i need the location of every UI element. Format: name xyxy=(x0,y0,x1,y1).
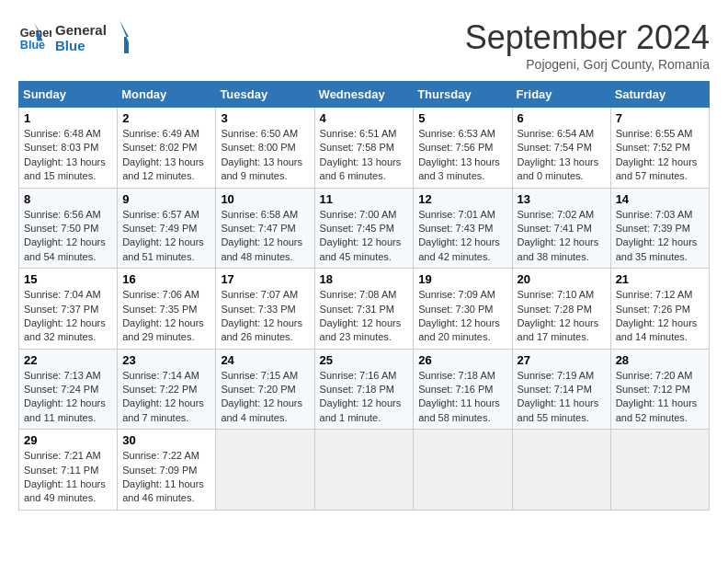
day-number: 28 xyxy=(616,353,704,367)
day-number: 11 xyxy=(320,192,409,206)
day-detail: Sunrise: 6:54 AMSunset: 7:54 PMDaylight:… xyxy=(518,128,599,181)
day-detail: Sunrise: 7:02 AMSunset: 7:41 PMDaylight:… xyxy=(518,209,599,262)
calendar-cell: 8Sunrise: 6:56 AMSunset: 7:50 PMDaylight… xyxy=(19,188,118,269)
calendar-cell: 28Sunrise: 7:20 AMSunset: 7:12 PMDayligh… xyxy=(610,349,709,430)
day-detail: Sunrise: 6:48 AMSunset: 8:03 PMDaylight:… xyxy=(24,128,106,181)
svg-text:General: General xyxy=(55,22,107,38)
calendar-cell: 29Sunrise: 7:21 AMSunset: 7:11 PMDayligh… xyxy=(19,430,118,511)
calendar-cell: 27Sunrise: 7:19 AMSunset: 7:14 PMDayligh… xyxy=(512,349,610,430)
day-number: 29 xyxy=(24,433,112,447)
calendar-cell: 3Sunrise: 6:50 AMSunset: 8:00 PMDaylight… xyxy=(216,108,314,189)
day-number: 17 xyxy=(221,272,309,286)
day-detail: Sunrise: 7:07 AMSunset: 7:33 PMDaylight:… xyxy=(221,289,302,342)
calendar-cell: 11Sunrise: 7:00 AMSunset: 7:45 PMDayligh… xyxy=(314,188,414,269)
calendar-cell: 6Sunrise: 6:54 AMSunset: 7:54 PMDaylight… xyxy=(512,108,610,189)
calendar-cell xyxy=(314,430,414,511)
day-number: 5 xyxy=(418,111,506,125)
day-detail: Sunrise: 7:22 AMSunset: 7:09 PMDaylight:… xyxy=(122,450,204,503)
day-number: 9 xyxy=(122,192,210,206)
calendar-cell: 1Sunrise: 6:48 AMSunset: 8:03 PMDaylight… xyxy=(19,108,118,189)
day-number: 3 xyxy=(221,111,309,125)
calendar-cell: 10Sunrise: 6:58 AMSunset: 7:47 PMDayligh… xyxy=(216,188,314,269)
day-detail: Sunrise: 6:57 AMSunset: 7:49 PMDaylight:… xyxy=(122,209,204,262)
calendar-week-4: 22Sunrise: 7:13 AMSunset: 7:24 PMDayligh… xyxy=(19,349,710,430)
calendar-cell: 14Sunrise: 7:03 AMSunset: 7:39 PMDayligh… xyxy=(610,188,709,269)
calendar-cell: 12Sunrise: 7:01 AMSunset: 7:43 PMDayligh… xyxy=(414,188,512,269)
day-number: 2 xyxy=(122,111,210,125)
day-detail: Sunrise: 7:09 AMSunset: 7:30 PMDaylight:… xyxy=(418,289,500,342)
day-detail: Sunrise: 7:08 AMSunset: 7:31 PMDaylight:… xyxy=(320,289,402,342)
calendar-subtitle: Pojogeni, Gorj County, Romania xyxy=(465,57,710,72)
logo-svg: General Blue xyxy=(55,18,129,55)
calendar-cell xyxy=(414,430,512,511)
calendar-week-2: 8Sunrise: 6:56 AMSunset: 7:50 PMDaylight… xyxy=(19,188,710,269)
calendar-cell: 15Sunrise: 7:04 AMSunset: 7:37 PMDayligh… xyxy=(19,269,118,350)
col-header-thursday: Thursday xyxy=(414,82,512,108)
svg-marker-5 xyxy=(119,20,129,53)
page-header: General Blue General Blue September 2024… xyxy=(18,18,710,72)
day-detail: Sunrise: 7:04 AMSunset: 7:37 PMDaylight:… xyxy=(24,289,106,342)
calendar-cell: 30Sunrise: 7:22 AMSunset: 7:09 PMDayligh… xyxy=(118,430,216,511)
day-detail: Sunrise: 7:18 AMSunset: 7:16 PMDaylight:… xyxy=(418,370,500,423)
calendar-cell: 2Sunrise: 6:49 AMSunset: 8:02 PMDaylight… xyxy=(118,108,216,189)
calendar-table: SundayMondayTuesdayWednesdayThursdayFrid… xyxy=(18,81,710,511)
col-header-monday: Monday xyxy=(118,82,216,108)
day-detail: Sunrise: 6:58 AMSunset: 7:47 PMDaylight:… xyxy=(221,209,302,262)
day-detail: Sunrise: 6:55 AMSunset: 7:52 PMDaylight:… xyxy=(616,128,698,181)
day-detail: Sunrise: 7:10 AMSunset: 7:28 PMDaylight:… xyxy=(518,289,599,342)
calendar-cell: 23Sunrise: 7:14 AMSunset: 7:22 PMDayligh… xyxy=(118,349,216,430)
calendar-cell: 19Sunrise: 7:09 AMSunset: 7:30 PMDayligh… xyxy=(414,269,512,350)
day-detail: Sunrise: 7:12 AMSunset: 7:26 PMDaylight:… xyxy=(616,289,698,342)
day-detail: Sunrise: 7:14 AMSunset: 7:22 PMDaylight:… xyxy=(122,370,204,423)
calendar-cell: 25Sunrise: 7:16 AMSunset: 7:18 PMDayligh… xyxy=(314,349,414,430)
calendar-cell: 9Sunrise: 6:57 AMSunset: 7:49 PMDaylight… xyxy=(118,188,216,269)
calendar-week-1: 1Sunrise: 6:48 AMSunset: 8:03 PMDaylight… xyxy=(19,108,710,189)
col-header-saturday: Saturday xyxy=(610,82,709,108)
calendar-week-3: 15Sunrise: 7:04 AMSunset: 7:37 PMDayligh… xyxy=(19,269,710,350)
day-number: 30 xyxy=(122,433,210,447)
col-header-wednesday: Wednesday xyxy=(314,82,414,108)
col-header-friday: Friday xyxy=(512,82,610,108)
calendar-cell: 18Sunrise: 7:08 AMSunset: 7:31 PMDayligh… xyxy=(314,269,414,350)
day-detail: Sunrise: 7:01 AMSunset: 7:43 PMDaylight:… xyxy=(418,209,500,262)
calendar-cell: 13Sunrise: 7:02 AMSunset: 7:41 PMDayligh… xyxy=(512,188,610,269)
calendar-week-5: 29Sunrise: 7:21 AMSunset: 7:11 PMDayligh… xyxy=(19,430,710,511)
calendar-body: 1Sunrise: 6:48 AMSunset: 8:03 PMDaylight… xyxy=(19,108,710,511)
day-number: 1 xyxy=(24,111,112,125)
day-number: 7 xyxy=(616,111,704,125)
calendar-cell xyxy=(216,430,314,511)
day-number: 4 xyxy=(320,111,409,125)
day-number: 20 xyxy=(518,272,606,286)
day-detail: Sunrise: 7:16 AMSunset: 7:18 PMDaylight:… xyxy=(320,370,402,423)
calendar-cell: 4Sunrise: 6:51 AMSunset: 7:58 PMDaylight… xyxy=(314,108,414,189)
day-number: 6 xyxy=(518,111,606,125)
day-number: 25 xyxy=(320,353,409,367)
col-header-tuesday: Tuesday xyxy=(216,82,314,108)
calendar-cell: 20Sunrise: 7:10 AMSunset: 7:28 PMDayligh… xyxy=(512,269,610,350)
day-detail: Sunrise: 6:53 AMSunset: 7:56 PMDaylight:… xyxy=(418,128,500,181)
day-detail: Sunrise: 7:06 AMSunset: 7:35 PMDaylight:… xyxy=(122,289,204,342)
day-number: 10 xyxy=(221,192,309,206)
day-number: 15 xyxy=(24,272,112,286)
title-area: September 2024 Pojogeni, Gorj County, Ro… xyxy=(465,18,710,72)
day-detail: Sunrise: 7:15 AMSunset: 7:20 PMDaylight:… xyxy=(221,370,302,423)
day-number: 14 xyxy=(616,192,704,206)
day-detail: Sunrise: 7:13 AMSunset: 7:24 PMDaylight:… xyxy=(24,370,106,423)
calendar-cell: 24Sunrise: 7:15 AMSunset: 7:20 PMDayligh… xyxy=(216,349,314,430)
calendar-cell: 22Sunrise: 7:13 AMSunset: 7:24 PMDayligh… xyxy=(19,349,118,430)
day-detail: Sunrise: 6:49 AMSunset: 8:02 PMDaylight:… xyxy=(122,128,204,181)
day-number: 8 xyxy=(24,192,112,206)
calendar-cell: 16Sunrise: 7:06 AMSunset: 7:35 PMDayligh… xyxy=(118,269,216,350)
day-detail: Sunrise: 7:03 AMSunset: 7:39 PMDaylight:… xyxy=(616,209,698,262)
day-number: 26 xyxy=(418,353,506,367)
day-number: 21 xyxy=(616,272,704,286)
day-number: 24 xyxy=(221,353,309,367)
day-number: 13 xyxy=(518,192,606,206)
calendar-cell: 21Sunrise: 7:12 AMSunset: 7:26 PMDayligh… xyxy=(610,269,709,350)
day-detail: Sunrise: 6:51 AMSunset: 7:58 PMDaylight:… xyxy=(320,128,402,181)
day-detail: Sunrise: 7:00 AMSunset: 7:45 PMDaylight:… xyxy=(320,209,402,262)
calendar-cell: 5Sunrise: 6:53 AMSunset: 7:56 PMDaylight… xyxy=(414,108,512,189)
calendar-cell: 7Sunrise: 6:55 AMSunset: 7:52 PMDaylight… xyxy=(610,108,709,189)
logo: General Blue General Blue xyxy=(18,18,129,55)
calendar-header-row: SundayMondayTuesdayWednesdayThursdayFrid… xyxy=(19,82,710,108)
